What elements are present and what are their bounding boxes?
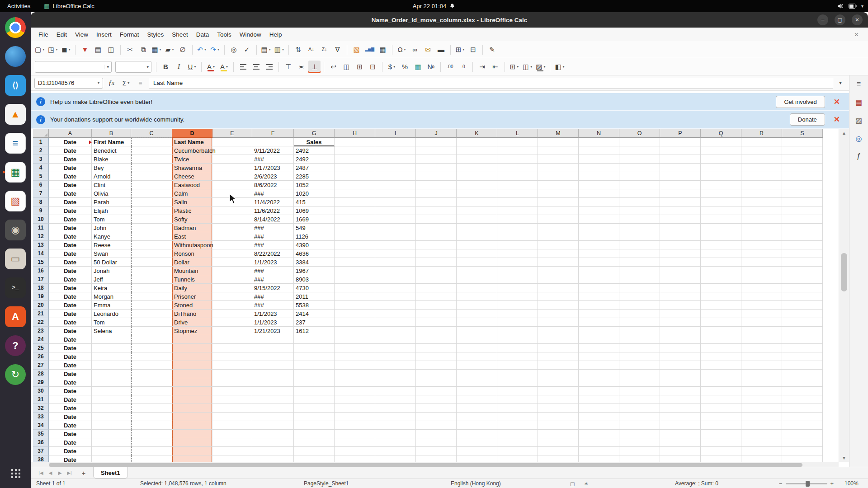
cell-J12[interactable] [416, 232, 457, 241]
row-header-6[interactable]: 6 [33, 181, 49, 189]
cell-H10[interactable] [335, 215, 375, 224]
cell-K1[interactable] [457, 138, 497, 146]
cell-N7[interactable] [579, 189, 619, 198]
cell-E5[interactable] [212, 172, 252, 181]
cell-A3[interactable]: Date [49, 155, 92, 164]
column-header-R[interactable]: R [741, 129, 782, 138]
cell-E32[interactable] [212, 404, 252, 413]
cell-M14[interactable] [538, 249, 579, 258]
cell-A8[interactable]: Date [49, 198, 92, 206]
cell-J2[interactable] [416, 146, 457, 155]
format-as-percent-button[interactable]: % [399, 61, 411, 73]
cell-B27[interactable] [92, 361, 131, 370]
cell-O11[interactable] [619, 224, 660, 232]
cell-I3[interactable] [375, 155, 416, 164]
cell-A18[interactable]: Date [49, 284, 92, 292]
font-size-combobox[interactable]: ▾ [115, 61, 151, 73]
cell-G2[interactable]: 2492 [294, 146, 335, 155]
cell-J16[interactable] [416, 267, 457, 275]
cell-P20[interactable] [660, 301, 701, 310]
cell-G37[interactable] [294, 447, 335, 455]
copy-button[interactable]: ⧉ [137, 43, 149, 56]
cell-N3[interactable] [579, 155, 619, 164]
cell-N14[interactable] [579, 249, 619, 258]
cell-N12[interactable] [579, 232, 619, 241]
cell-K3[interactable] [457, 155, 497, 164]
cell-K22[interactable] [457, 318, 497, 327]
menu-file[interactable]: File [34, 29, 52, 40]
cell-M20[interactable] [538, 301, 579, 310]
cell-B23[interactable]: Selena [92, 327, 131, 335]
cell-M31[interactable] [538, 395, 579, 404]
cell-S14[interactable] [782, 249, 823, 258]
cell-C4[interactable] [131, 164, 172, 172]
cell-R37[interactable] [741, 447, 782, 455]
redo-button[interactable]: ↷▾ [209, 43, 221, 56]
cell-M37[interactable] [538, 447, 579, 455]
cell-J36[interactable] [416, 438, 457, 447]
cell-L33[interactable] [497, 413, 538, 421]
font-name-combobox[interactable]: ▾ [35, 61, 112, 73]
insert-image-button[interactable]: ▧ [350, 43, 363, 56]
center-vertically-button[interactable]: ≍ [295, 61, 307, 73]
cell-H11[interactable] [335, 224, 375, 232]
cell-L21[interactable] [497, 310, 538, 318]
dock-appstore[interactable]: A [1, 304, 29, 329]
cell-J15[interactable] [416, 258, 457, 267]
row-header-25[interactable]: 25 [33, 344, 49, 352]
cell-S27[interactable] [782, 361, 823, 370]
cell-O32[interactable] [619, 404, 660, 413]
row-header-9[interactable]: 9 [33, 206, 49, 215]
menu-tools[interactable]: Tools [213, 29, 236, 40]
cell-F36[interactable] [252, 438, 294, 447]
decrease-indent-button[interactable]: ⇤ [489, 61, 501, 73]
column-header-K[interactable]: K [457, 129, 497, 138]
cell-M26[interactable] [538, 352, 579, 361]
print-preview-button[interactable]: ◫ [105, 43, 117, 56]
cell-P9[interactable] [660, 206, 701, 215]
row-header-3[interactable]: 3 [33, 155, 49, 164]
cell-N8[interactable] [579, 198, 619, 206]
cell-A7[interactable]: Date [49, 189, 92, 198]
cell-B30[interactable] [92, 387, 131, 395]
cell-A28[interactable]: Date [49, 370, 92, 378]
cell-Q38[interactable] [701, 455, 741, 462]
cell-I20[interactable] [375, 301, 416, 310]
unmerge-cells-button[interactable]: ⊟ [367, 61, 379, 73]
cell-R12[interactable] [741, 232, 782, 241]
cell-B32[interactable] [92, 404, 131, 413]
cell-Q23[interactable] [701, 327, 741, 335]
dock-terminal[interactable]: >_ [1, 275, 29, 300]
cell-M29[interactable] [538, 378, 579, 387]
cell-K28[interactable] [457, 370, 497, 378]
cell-Q31[interactable] [701, 395, 741, 404]
row-header-19[interactable]: 19 [33, 292, 49, 301]
cell-B37[interactable] [92, 447, 131, 455]
cell-N9[interactable] [579, 206, 619, 215]
cell-A17[interactable]: Date [49, 275, 92, 284]
cell-G25[interactable] [294, 344, 335, 352]
cell-O38[interactable] [619, 455, 660, 462]
cell-E35[interactable] [212, 430, 252, 438]
cell-P15[interactable] [660, 258, 701, 267]
cell-C23[interactable] [131, 327, 172, 335]
cell-I37[interactable] [375, 447, 416, 455]
cell-E1[interactable] [212, 138, 252, 146]
cell-G4[interactable]: 2487 [294, 164, 335, 172]
cell-O23[interactable] [619, 327, 660, 335]
cell-L20[interactable] [497, 301, 538, 310]
save-button[interactable]: ◼▾ [60, 43, 72, 56]
cell-P25[interactable] [660, 344, 701, 352]
cell-H8[interactable] [335, 198, 375, 206]
cell-Q19[interactable] [701, 292, 741, 301]
cell-E18[interactable] [212, 284, 252, 292]
cell-B4[interactable]: Bey [92, 164, 131, 172]
column-header-H[interactable]: H [335, 129, 375, 138]
cell-S2[interactable] [782, 146, 823, 155]
cell-R2[interactable] [741, 146, 782, 155]
cell-H31[interactable] [335, 395, 375, 404]
cell-J26[interactable] [416, 352, 457, 361]
cell-F30[interactable] [252, 387, 294, 395]
cell-Q24[interactable] [701, 335, 741, 344]
cell-L36[interactable] [497, 438, 538, 447]
